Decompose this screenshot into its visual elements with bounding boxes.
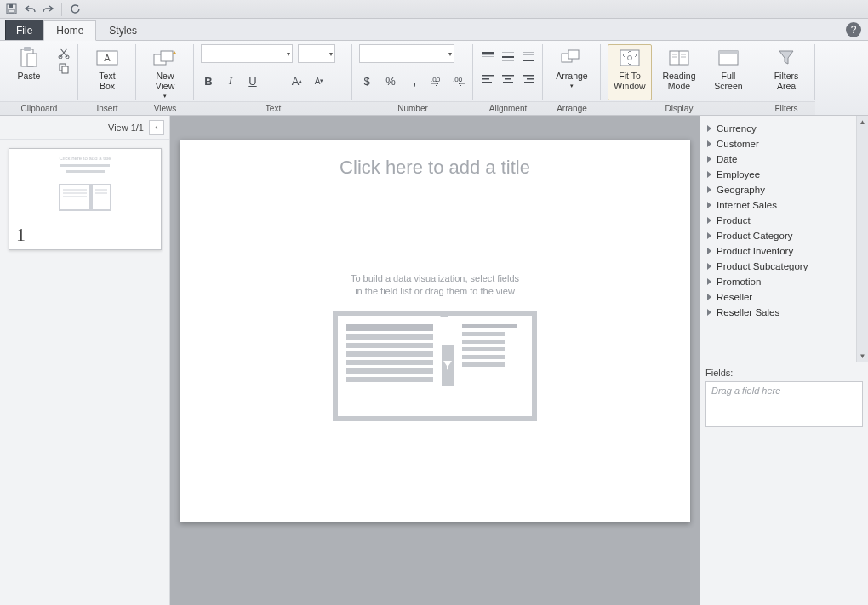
fontsize-combo[interactable]: ▾ [298,44,335,63]
expand-icon[interactable] [707,202,711,208]
svg-rect-5 [27,54,37,66]
file-tab[interactable]: File [5,20,43,40]
comma-button[interactable]: , [407,73,422,88]
tab-strip: File Home Styles ? [0,19,868,41]
field-item[interactable]: Internet Sales [702,197,854,213]
expand-icon[interactable] [707,171,711,178]
canvas: Click here to add a title To build a dat… [170,116,700,605]
visualization-placeholder[interactable] [333,311,537,421]
collapse-navigator-button[interactable]: ‹ [149,120,164,135]
field-item[interactable]: Geography [702,182,854,197]
currency-button[interactable]: $ [359,73,374,88]
svg-rect-33 [524,82,534,83]
align-right-button[interactable] [521,71,536,87]
help-icon[interactable]: ? [846,22,861,37]
expand-icon[interactable] [707,140,711,147]
svg-rect-16 [482,52,494,54]
scroll-up-icon[interactable]: ▲ [857,116,868,128]
field-item-label: Product Category [717,231,793,241]
field-item[interactable]: Product Subcategory [702,259,854,274]
align-bottom-button[interactable] [521,49,536,65]
display-group-label: Display [601,101,757,115]
report-view[interactable]: Click here to add a title To build a dat… [180,140,690,522]
expand-icon[interactable] [707,156,711,163]
arrange-button[interactable]: Arrange ▾ [550,44,594,100]
scroll-down-icon[interactable]: ▼ [857,350,868,362]
filters-label: Filters Area [774,71,799,91]
underline-button[interactable]: U [245,73,260,88]
expand-icon[interactable] [707,125,711,132]
decrease-decimal-button[interactable]: .00 [431,73,444,88]
fields-drop-zone[interactable]: Drag a field here [705,381,863,427]
field-item[interactable]: Reseller [702,289,854,305]
home-tab[interactable]: Home [43,20,96,41]
expand-icon[interactable] [707,186,711,193]
expand-icon[interactable] [707,294,711,300]
field-list[interactable]: ▲ ▼ CurrencyCustomerDateEmployeeGeograph… [700,116,868,362]
textbox-button[interactable]: A Text Box [85,44,129,100]
align-center-button[interactable] [500,71,516,87]
field-item-label: Reseller [717,292,752,302]
expand-icon[interactable] [707,248,711,254]
textbox-label: Text Box [99,71,115,91]
align-top-button[interactable] [480,49,495,65]
cut-icon[interactable] [56,46,71,60]
field-list-scrollbar[interactable]: ▲ ▼ [856,116,868,362]
field-item-label: Reseller Sales [717,307,779,317]
filters-area-button[interactable]: Filters Area [764,44,808,100]
field-item-label: Product Subcategory [717,261,808,271]
svg-rect-30 [503,82,513,83]
grow-font-button[interactable]: A▴ [289,73,305,88]
field-item[interactable]: Employee [702,167,854,182]
paste-button[interactable]: Paste [7,44,51,100]
field-item[interactable]: Customer [702,136,854,151]
field-item[interactable]: Currency [702,121,854,136]
redo-icon[interactable] [43,3,54,15]
fit-to-window-button[interactable]: Fit To Window [608,44,652,100]
full-screen-icon [717,47,740,69]
increase-decimal-button[interactable]: .00 [453,73,466,88]
full-screen-button[interactable]: Full Screen [706,44,751,100]
refresh-icon[interactable] [69,3,81,15]
field-item[interactable]: Promotion [702,274,854,289]
svg-rect-28 [502,75,514,77]
field-item[interactable]: Date [702,151,854,167]
expand-icon[interactable] [707,309,711,316]
fontname-combo[interactable]: ▾ [201,44,293,63]
field-item[interactable]: Product Inventory [702,243,854,259]
newview-button[interactable]: New View ▾ [143,44,187,100]
view-thumbnail[interactable]: Click here to add a title 1 [9,148,162,250]
main-area: View 1/1 ‹ Click here to add a title [0,116,868,605]
expand-icon[interactable] [707,278,711,285]
svg-rect-26 [482,78,489,80]
field-item[interactable]: Product Category [702,228,854,243]
styles-tab[interactable]: Styles [96,20,150,40]
field-item-label: Internet Sales [717,200,777,210]
svg-rect-46 [60,185,90,210]
align-middle-button[interactable] [500,49,516,65]
undo-icon[interactable] [24,3,36,15]
field-item[interactable]: Product [702,213,854,228]
alignment-group-label: Alignment [473,101,543,115]
save-icon[interactable] [5,3,17,15]
fit-label: Fit To Window [614,71,645,91]
field-item-label: Date [717,154,737,164]
align-left-button[interactable] [480,71,495,87]
svg-rect-17 [482,54,494,55]
title-placeholder[interactable]: Click here to add a title [340,157,530,179]
italic-button[interactable]: I [223,73,238,88]
svg-text:.00: .00 [453,76,463,83]
expand-icon[interactable] [707,232,711,239]
numberformat-combo[interactable]: ▾ [359,44,454,63]
field-item[interactable]: Reseller Sales [702,305,854,320]
percent-button[interactable]: % [383,73,398,88]
svg-rect-21 [502,60,514,61]
funnel-icon [774,47,798,69]
copy-icon[interactable] [56,61,71,75]
newview-label: New View [156,71,175,91]
shrink-font-button[interactable]: A▾ [311,73,327,88]
expand-icon[interactable] [707,263,711,270]
bold-button[interactable]: B [201,73,216,88]
expand-icon[interactable] [707,217,711,224]
reading-mode-button[interactable]: Reading Mode [657,44,701,100]
